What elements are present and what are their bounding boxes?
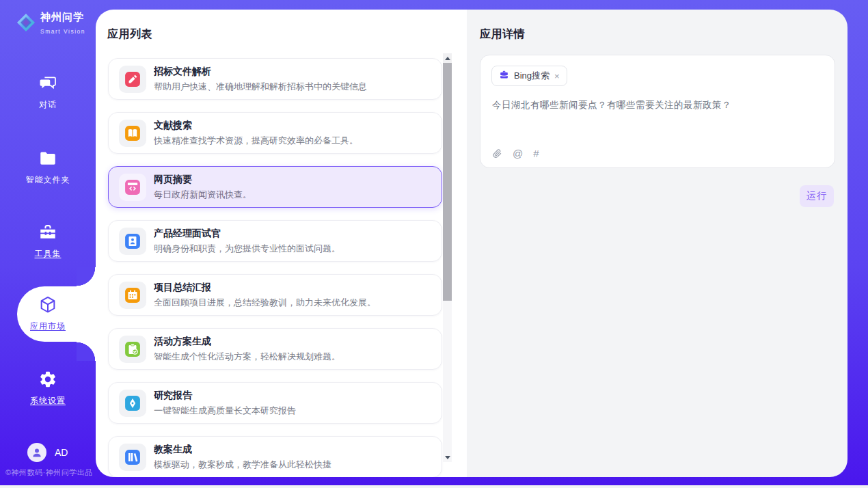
sidebar-item-2[interactable]: 工具集: [0, 223, 96, 260]
scrollbar-thumb[interactable]: [443, 63, 452, 301]
user-avatar-icon: [27, 443, 46, 462]
gear-icon: [38, 370, 57, 389]
app-frame: 神州问学 Smart Vision 对话智能文件夹工具集应用市场系统设置 AD …: [0, 0, 868, 485]
calendar-icon: [119, 282, 146, 309]
books-icon: [119, 444, 146, 471]
app-card-description: 全面回顾项目进展，总结经验教训，助力未来优化发展。: [154, 297, 376, 309]
scrollbar[interactable]: [443, 53, 452, 462]
app-card-description: 模板驱动，教案秒成，教学准备从此轻松快捷: [154, 459, 331, 471]
sidebar-item-4[interactable]: 系统设置: [0, 370, 96, 407]
app-card-list: 招标文件解析帮助用户快速、准确地理解和解析招标书中的关键信息文献搜索快速精准查找…: [108, 58, 442, 477]
main-content: 应用列表 招标文件解析帮助用户快速、准确地理解和解析招标书中的关键信息文献搜索快…: [96, 10, 847, 477]
paperclip-icon[interactable]: [492, 148, 502, 159]
app-card-description: 智能生成个性化活动方案，轻松解决规划难题。: [154, 351, 340, 363]
folder-icon: [38, 149, 57, 168]
app-card-4[interactable]: 项目总结汇报全面回顾项目进展，总结经验教训，助力未来优化发展。: [108, 274, 442, 316]
cube-icon: [38, 295, 57, 314]
app-card-description: 一键智能生成高质量长文本研究报告: [154, 405, 296, 417]
book-icon: [119, 120, 146, 147]
hash-icon[interactable]: #: [533, 148, 539, 159]
app-card-5[interactable]: 活动方案生成智能生成个性化活动方案，轻松解决规划难题。: [108, 328, 442, 370]
at-icon[interactable]: @: [513, 148, 523, 159]
user-row[interactable]: AD: [27, 443, 68, 462]
attachment-toolbar: @ #: [492, 148, 539, 159]
scroll-down-button[interactable]: [443, 452, 452, 462]
brand-diamond-icon: [16, 13, 36, 35]
sidebar-item-label: 智能文件夹: [0, 174, 96, 186]
app-card-title: 研究报告: [154, 390, 296, 402]
clipboard-check-icon: [119, 336, 146, 363]
chat-icon: [38, 74, 57, 93]
app-card-title: 文献搜索: [154, 120, 358, 132]
tag-close-icon[interactable]: ×: [554, 72, 560, 81]
app-card-7[interactable]: 教案生成模板驱动，教案秒成，教学准备从此轻松快捷: [108, 436, 442, 477]
app-card-3[interactable]: 产品经理面试官明确身份和职责，为您提供专业性的面试问题。: [108, 220, 442, 262]
sidebar-item-label: 对话: [0, 99, 96, 111]
tool-tag-bing[interactable]: Bing搜索 ×: [491, 66, 567, 86]
triangle-up-icon: [445, 57, 450, 60]
brand-name: 神州问学: [40, 11, 84, 23]
app-card-description: 每日政府新闻资讯快查。: [154, 189, 252, 201]
browser-code-icon: [119, 174, 146, 201]
sidebar-item-1[interactable]: 智能文件夹: [0, 149, 96, 186]
brand-logo: 神州问学 Smart Vision: [16, 11, 96, 36]
app-detail-title: 应用详情: [480, 27, 525, 42]
toolbox-icon: [38, 223, 57, 242]
brand-subtitle: Smart Vision: [40, 28, 85, 35]
prompt-card: Bing搜索 × 今日湖北有哪些新闻要点？有哪些需要关注的最新政策？ @ #: [480, 55, 835, 168]
pen-square-icon: [119, 66, 146, 93]
tool-tag-label: Bing搜索: [514, 70, 550, 82]
sidebar-item-0[interactable]: 对话: [0, 74, 96, 111]
app-card-title: 项目总结汇报: [154, 282, 376, 294]
app-card-6[interactable]: 研究报告一键智能生成高质量长文本研究报告: [108, 382, 442, 424]
app-card-title: 招标文件解析: [154, 66, 367, 78]
app-card-description: 明确身份和职责，为您提供专业性的面试问题。: [154, 243, 340, 255]
app-card-title: 产品经理面试官: [154, 228, 340, 240]
user-initials: AD: [55, 447, 68, 458]
ink-pen-icon: [119, 390, 146, 417]
copyright-text: ©神州数码·神州问学出品: [5, 467, 96, 478]
app-list-panel: 应用列表 招标文件解析帮助用户快速、准确地理解和解析招标书中的关键信息文献搜索快…: [96, 10, 467, 477]
sidebar-item-label: 应用市场: [0, 321, 96, 332]
sidebar: 神州问学 Smart Vision 对话智能文件夹工具集应用市场系统设置 AD …: [0, 0, 96, 485]
app-detail-panel: 应用详情 Bing搜索 × 今日湖北有哪些新闻要点？有哪些需要关注的最新政策？: [467, 10, 847, 477]
app-card-description: 快速精准查找学术资源，提高研究效率的必备工具。: [154, 135, 358, 147]
sidebar-item-label: 工具集: [0, 248, 96, 260]
query-input[interactable]: 今日湖北有哪些新闻要点？有哪些需要关注的最新政策？: [492, 99, 824, 111]
app-card-0[interactable]: 招标文件解析帮助用户快速、准确地理解和解析招标书中的关键信息: [108, 58, 442, 100]
app-card-2[interactable]: 网页摘要每日政府新闻资讯快查。: [108, 166, 442, 208]
sidebar-item-3[interactable]: 应用市场: [0, 295, 96, 332]
scroll-up-button[interactable]: [443, 53, 452, 63]
app-list-title: 应用列表: [107, 27, 152, 42]
sidebar-item-label: 系统设置: [0, 395, 96, 407]
app-card-1[interactable]: 文献搜索快速精准查找学术资源，提高研究效率的必备工具。: [108, 112, 442, 154]
triangle-down-icon: [445, 456, 450, 459]
app-card-title: 网页摘要: [154, 174, 252, 186]
app-card-description: 帮助用户快速、准确地理解和解析招标书中的关键信息: [154, 81, 367, 93]
app-card-title: 教案生成: [154, 444, 331, 456]
app-card-title: 活动方案生成: [154, 336, 340, 348]
person-doc-icon: [119, 228, 146, 255]
run-button[interactable]: 运行: [800, 185, 834, 207]
briefcase-icon: [499, 70, 509, 83]
